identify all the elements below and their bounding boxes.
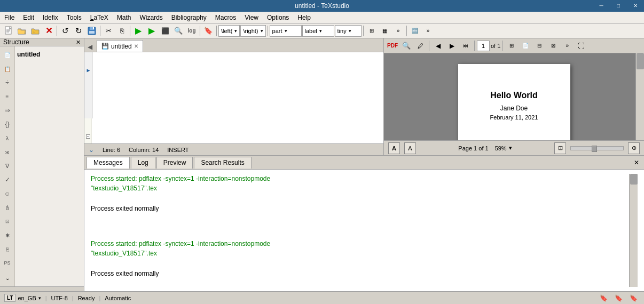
struct-list-btn[interactable]: ☰ — [2, 287, 15, 291]
tab-close-icon[interactable]: ✕ — [134, 43, 138, 49]
strip-btn-12[interactable]: á — [1, 201, 14, 214]
find-button[interactable]: 🔍 — [172, 25, 185, 37]
bottom-tab-messages[interactable]: Messages — [87, 157, 130, 169]
preview-first[interactable]: ⏮ — [459, 39, 472, 52]
strip-btn-16[interactable]: PS — [1, 257, 14, 269]
stop-button[interactable]: ⬛ — [159, 25, 171, 37]
menu-tools[interactable]: Tools — [62, 12, 86, 23]
build-button[interactable]: ▶ — [132, 25, 145, 37]
struct-grid-btn[interactable]: ⊞ — [16, 287, 29, 291]
sep5 — [216, 26, 217, 36]
bookmark-btn2[interactable]: 🔖 — [612, 292, 625, 305]
menu-wizards[interactable]: Wizards — [135, 12, 167, 23]
preview-fit-btn[interactable]: ⊡ — [554, 142, 566, 154]
menu-help[interactable]: Help — [293, 12, 315, 23]
preview-search[interactable]: 🔍 — [400, 39, 413, 52]
strip-btn-15[interactable]: ⎘ — [1, 243, 14, 255]
view-log-button[interactable]: log — [185, 25, 198, 37]
close-button[interactable]: ✕ — [627, 0, 644, 12]
spell-badge[interactable]: LT — [4, 294, 15, 302]
preview-btn2[interactable]: 📄 — [519, 39, 532, 52]
label-dropdown[interactable]: label ▾ — [302, 25, 334, 37]
bottom-tab-search-results[interactable]: Search Results — [194, 157, 251, 169]
menu-edit[interactable]: Edit — [19, 12, 38, 23]
preview-btn3[interactable]: ⊟ — [533, 39, 546, 52]
tiny-dropdown[interactable]: tiny ▾ — [335, 25, 362, 37]
editor-content[interactable]: ▶ − — [84, 52, 383, 143]
preview-expand[interactable]: ⛶ — [575, 39, 587, 52]
close-doc-button[interactable]: ✕ — [42, 25, 55, 37]
left-paren-dropdown[interactable]: \left( ▾ — [218, 25, 240, 37]
editor-tab-untitled[interactable]: 💾 untitled ✕ — [97, 40, 143, 52]
table-btn[interactable]: ⊞ — [365, 25, 378, 37]
strip-btn-5[interactable]: ⇒ — [1, 104, 14, 117]
preview-zoom-arrow[interactable]: ▾ — [509, 145, 512, 151]
strip-btn-13[interactable]: ⊡ — [1, 215, 14, 228]
redo-button[interactable]: ↻ — [72, 25, 85, 37]
bottom-panel-content[interactable]: Process started: pdflatex -synctex=1 -in… — [84, 170, 644, 291]
maximize-button[interactable]: □ — [610, 0, 627, 12]
bottom-tab-log[interactable]: Log — [131, 157, 155, 169]
bottom-tab-messages-label: Messages — [93, 159, 123, 166]
strip-btn-7[interactable]: λ — [1, 132, 14, 145]
menu-file[interactable]: File — [0, 12, 19, 23]
preview-zoom-btn[interactable]: ⊕ — [628, 142, 640, 154]
bottom-tab-preview[interactable]: Preview — [156, 157, 193, 169]
strip-btn-9[interactable]: ∇ — [1, 159, 14, 172]
right-paren-dropdown[interactable]: \right) ▾ — [240, 25, 265, 37]
strip-expand[interactable]: ⌄ — [1, 271, 14, 284]
pdf-page: Hello World Jane Doe February 11, 2021 — [458, 64, 570, 140]
lang-arrow[interactable]: ▾ — [38, 295, 41, 301]
part-dropdown[interactable]: part ▾ — [270, 25, 302, 37]
preview-annotate-a1[interactable]: A — [388, 142, 400, 154]
open-recent-button[interactable]: ↓ — [29, 25, 42, 37]
preview-annotate1[interactable]: 🖊 — [414, 39, 427, 52]
bookmark-btn1[interactable]: 🔖 — [597, 292, 610, 305]
bookmark1-button[interactable]: 🔖 — [202, 25, 215, 37]
build-run-button[interactable]: ▶ — [145, 25, 158, 37]
strip-btn-11[interactable]: ☺ — [1, 187, 14, 200]
menu-math[interactable]: Math — [113, 12, 136, 23]
menu-view[interactable]: View — [240, 12, 263, 23]
preview-more[interactable]: » — [561, 39, 574, 52]
menu-latex[interactable]: LaTeX — [86, 12, 113, 23]
menu-idefix[interactable]: Idefix — [38, 12, 62, 23]
fold-2[interactable]: − — [84, 131, 91, 142]
minimize-button[interactable]: ─ — [593, 0, 610, 12]
bottom-panel-close[interactable]: ✕ — [631, 157, 642, 168]
preview-prev[interactable]: ◀ — [431, 39, 444, 52]
menu-macros[interactable]: Macros — [211, 12, 240, 23]
spell-btn[interactable]: 🔤 — [409, 25, 421, 37]
preview-scrollbar-v[interactable] — [635, 53, 644, 140]
structure-close-button[interactable]: ✕ — [76, 39, 81, 46]
open-button[interactable] — [15, 25, 28, 37]
struct-item-untitled[interactable]: untitled — [17, 51, 82, 58]
menu-options[interactable]: Options — [263, 12, 293, 23]
preview-btn4[interactable]: ⊠ — [547, 39, 560, 52]
undo-button[interactable]: ↺ — [59, 25, 72, 37]
strip-btn-1[interactable]: 📄 — [1, 49, 14, 61]
preview-page-input[interactable]: 1 — [477, 41, 490, 51]
strip-btn-10[interactable]: ✓ — [1, 173, 14, 186]
strip-btn-4[interactable]: ≡ — [1, 90, 14, 103]
new-button[interactable] — [2, 25, 15, 37]
more2-btn[interactable]: » — [422, 25, 435, 37]
preview-btn1[interactable]: ⊞ — [505, 39, 518, 52]
menu-bibliography[interactable]: Bibliography — [167, 12, 211, 23]
more-btn[interactable]: » — [392, 25, 405, 37]
strip-btn-2[interactable]: 📋 — [1, 62, 14, 75]
strip-btn-3[interactable]: ÷ — [1, 76, 14, 89]
strip-btn-14[interactable]: ✱ — [1, 229, 14, 242]
copy-button[interactable]: ⎘ — [115, 25, 128, 37]
strip-btn-6[interactable]: {} — [1, 118, 14, 131]
strip-btn-8[interactable]: ж — [1, 146, 14, 158]
preview-next[interactable]: ▶ — [445, 39, 458, 52]
bookmark-btn3[interactable]: 🔖 — [627, 292, 640, 305]
cut-button[interactable]: ✂ — [102, 25, 115, 37]
save-all-button[interactable] — [85, 25, 98, 37]
preview-annotate-a2[interactable]: A — [404, 142, 416, 154]
messages-scrollbar[interactable] — [629, 174, 638, 287]
tab-nav-back[interactable]: ◀ — [85, 42, 95, 52]
col-btn[interactable]: ▦ — [379, 25, 391, 37]
zoom-slider[interactable] — [570, 146, 624, 150]
